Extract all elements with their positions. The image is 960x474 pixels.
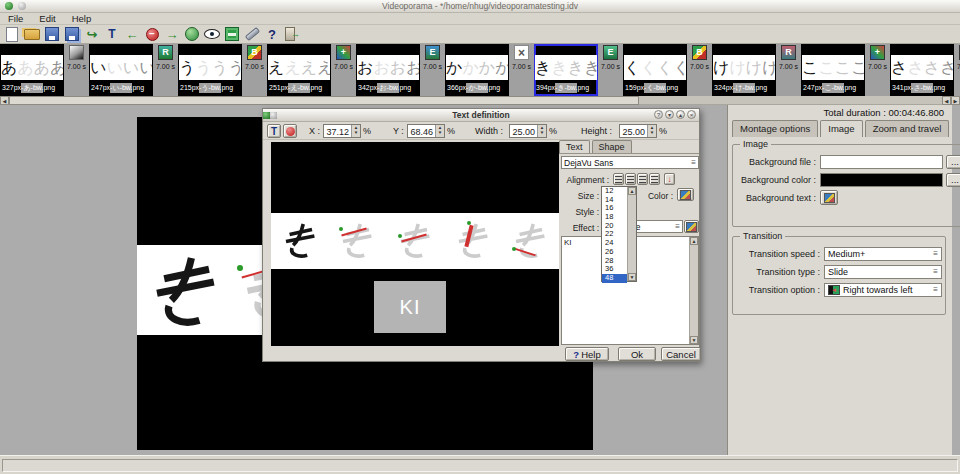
y-spinbox[interactable]: 68.46▲▼ [407,124,445,138]
text-area-scrollbar[interactable]: ▲ ▼ [689,237,698,344]
help-button[interactable]: ?Help [565,347,609,361]
align-center-button[interactable] [625,173,636,185]
transition-icon[interactable]: + [336,45,351,60]
window-button[interactable]: ? [654,110,663,119]
text-overlay-box[interactable]: KI [374,281,446,333]
size-option[interactable]: 48 [602,274,627,283]
spin-arrows-icon[interactable]: ▲▼ [435,125,444,137]
settings-icon[interactable] [243,26,261,43]
transition-cell[interactable]: E 7.00 s [954,44,960,96]
filmstrip-clip[interactable]: かかかか 366px-か-bw.png × 7.00 s [445,44,534,96]
background-file-input[interactable] [820,155,943,169]
generate-video-icon[interactable] [223,26,241,43]
window-button[interactable]: ▾ [665,110,674,119]
scroll-up-icon[interactable]: ▲ [628,187,636,195]
width-spinbox[interactable]: 25.00▲▼ [509,124,547,138]
transition-icon[interactable]: B [247,45,262,60]
transition-cell[interactable]: B 7.00 s [687,44,712,96]
tab[interactable]: Montage options [732,120,818,137]
background-file-browse-button[interactable]: ... [946,155,960,169]
background-text-button[interactable] [820,190,838,205]
transition-cell[interactable]: E 7.00 s [420,44,445,96]
transition-icon[interactable]: R [158,45,173,60]
open-project-icon[interactable] [23,26,41,43]
move-left-icon[interactable]: ← [123,26,141,43]
transition-icon[interactable]: × [514,45,529,60]
filmstrip-clip[interactable]: ここここ 247px-こ-bw.png + 7.00 s [801,44,890,96]
red-marker-button[interactable] [283,124,297,138]
clip-thumbnail[interactable]: ああああ 327px-あ-bw.png [0,44,64,96]
menu-item[interactable]: Edit [31,13,63,24]
scroll-down-icon[interactable]: ▼ [628,273,636,281]
transition-option-combo[interactable]: ◂Right towards left≡ [824,283,942,297]
save-as-icon[interactable] [63,26,81,43]
clip-thumbnail[interactable]: かかかか 366px-か-bw.png [445,44,509,96]
window-button[interactable]: ▴ [676,110,685,119]
filmstrip-clip[interactable]: いいいい 247px-い-bw.png R 7.00 s [89,44,178,96]
move-right-icon[interactable]: → [163,26,181,43]
add-text-icon[interactable]: T [103,26,121,43]
transition-icon[interactable]: R [781,45,796,60]
spin-arrows-icon[interactable]: ▲▼ [351,125,360,137]
transition-icon[interactable]: + [870,45,885,60]
transition-speed-combo[interactable]: Medium+≡ [824,247,942,261]
cancel-button[interactable]: Cancel [661,347,701,361]
align-right-button[interactable] [637,173,648,185]
menu-item[interactable]: File [0,13,31,24]
align-left-button[interactable] [613,173,624,185]
scroll-up-icon[interactable]: ▲ [690,237,698,245]
size-list-scrollbar[interactable]: ▲ ▼ [627,187,636,281]
tab[interactable]: Shape [592,140,632,154]
scroll-right-icon[interactable]: ▶ [951,96,960,105]
transition-type-combo[interactable]: Slide≡ [824,265,942,279]
transition-cell[interactable]: + 7.00 s [865,44,890,96]
transition-cell[interactable]: B 7.00 s [242,44,267,96]
spin-arrows-icon[interactable]: ▲▼ [647,125,656,137]
tab[interactable]: Text [559,140,590,154]
clip-thumbnail[interactable]: おおおお 342px-お-bw.png [356,44,420,96]
filmstrip-clip[interactable]: ええええ 251px-え-bw.png + 7.00 s [267,44,356,96]
transition-cell[interactable]: × 7.00 s [509,44,534,96]
transition-cell[interactable]: R 7.00 s [776,44,801,96]
filmstrip-clip[interactable]: きききき 394px-き-bw.png E 7.00 s [534,44,623,96]
transition-cell[interactable]: E 7.00 s [598,44,623,96]
filmstrip-clip[interactable]: ああああ 327px-あ-bw.png 7.00 s [0,44,89,96]
clip-thumbnail[interactable]: ええええ 251px-え-bw.png [267,44,331,96]
ok-button[interactable]: Ok [618,347,656,361]
transition-cell[interactable]: + 7.00 s [331,44,356,96]
clip-thumbnail[interactable]: ここここ 247px-こ-bw.png [801,44,865,96]
clip-thumbnail[interactable]: いいいい 247px-い-bw.png [89,44,153,96]
font-combo[interactable]: DejaVu Sans≡ [561,156,699,169]
filmstrip-clip[interactable]: おおおお 342px-お-bw.png E 7.00 s [356,44,445,96]
filmstrip-clip[interactable]: ささささ 341px-さ-bw.png E 7.00 s [890,44,960,96]
transition-icon[interactable]: E [603,45,618,60]
view-item-icon[interactable] [203,26,221,43]
transition-icon[interactable]: E [425,45,440,60]
clip-thumbnail[interactable]: くくくく 159px-く-bw.png [623,44,687,96]
text-tool-button[interactable]: T [267,124,281,138]
height-spinbox[interactable]: 25.00▲▼ [619,124,657,138]
spin-arrows-icon[interactable]: ▲▼ [537,125,546,137]
background-color-browse-button[interactable]: ... [946,173,960,187]
transition-cell[interactable]: R 7.00 s [153,44,178,96]
tab[interactable]: Image [820,120,862,137]
help-icon[interactable]: ? [263,26,281,43]
tab[interactable]: Zoom and travel [865,120,950,137]
scrollbar-thumb[interactable] [9,96,639,105]
scroll-left2-icon[interactable]: ◀ [942,96,951,105]
clip-thumbnail[interactable]: うううう 215px-う-bw.png [178,44,242,96]
save-project-icon[interactable] [43,26,61,43]
add-image-icon[interactable]: ↪ [83,26,101,43]
x-spinbox[interactable]: 37.12▲▼ [323,124,361,138]
filmstrip-clip[interactable]: けけけけ 324px-け-bw.png R 7.00 s [712,44,801,96]
clip-thumbnail[interactable]: きききき 394px-き-bw.png [534,44,598,96]
background-color-swatch[interactable] [820,173,943,187]
new-project-icon[interactable] [3,26,21,43]
clip-thumbnail[interactable]: ささささ 341px-さ-bw.png [890,44,954,96]
remove-item-icon[interactable]: − [143,26,161,43]
clip-thumbnail[interactable]: けけけけ 324px-け-bw.png [712,44,776,96]
vertical-align-button[interactable]: ↓ [664,173,675,185]
align-justify-button[interactable] [649,173,660,185]
effect-color-button[interactable] [684,220,699,233]
transition-cell[interactable]: 7.00 s [64,44,89,96]
